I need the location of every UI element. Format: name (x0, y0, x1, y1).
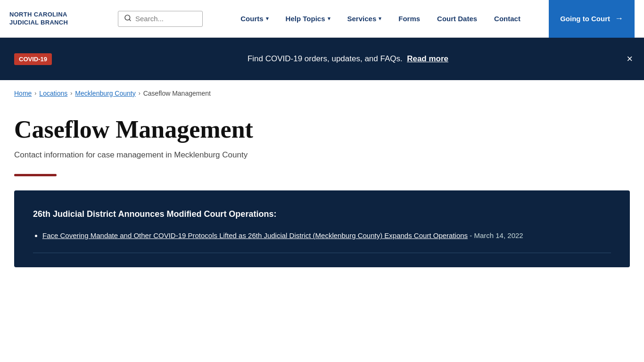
logo-area[interactable]: NORTH CAROLINA JUDICIAL BRANCH (9, 11, 108, 27)
breadcrumb: Home › Locations › Mecklenburg County › … (0, 80, 644, 107)
info-box-list: Face Covering Mandate and Other COVID-19… (33, 230, 611, 241)
breadcrumb-chevron: › (70, 90, 72, 97)
arrow-right-icon: → (615, 14, 623, 24)
breadcrumb-locations[interactable]: Locations (39, 90, 67, 97)
section-divider (14, 174, 57, 176)
covid-banner: COVID-19 Find COVID-19 orders, updates, … (0, 38, 644, 80)
breadcrumb-home[interactable]: Home (14, 90, 32, 97)
search-area[interactable] (118, 11, 203, 27)
page-subtitle: Contact information for case management … (14, 150, 630, 160)
info-box-title: 26th Judicial District Announces Modifie… (33, 209, 611, 219)
nav-item-services[interactable]: Services ▾ (339, 0, 390, 38)
chevron-down-icon: ▾ (266, 16, 269, 22)
breadcrumb-chevron: › (139, 90, 140, 97)
breadcrumb-mecklenburg[interactable]: Mecklenburg County (75, 90, 135, 97)
info-box-divider (33, 253, 611, 253)
info-box-date: - March 14, 2022 (470, 231, 523, 239)
list-item: Face Covering Mandate and Other COVID-19… (42, 230, 611, 241)
chevron-down-icon: ▾ (379, 16, 381, 22)
nav-item-courts[interactable]: Courts ▾ (232, 0, 277, 38)
logo-text: NORTH CAROLINA JUDICIAL BRANCH (9, 11, 68, 27)
breadcrumb-chevron: › (34, 90, 36, 97)
main-nav: Courts ▾ Help Topics ▾ Services ▾ Forms … (212, 0, 549, 38)
info-box-link[interactable]: Face Covering Mandate and Other COVID-19… (42, 231, 468, 239)
search-input[interactable] (135, 15, 197, 23)
nav-item-contact[interactable]: Contact (486, 0, 529, 38)
breadcrumb-current: Caseflow Management (143, 90, 211, 97)
svg-line-1 (129, 19, 131, 21)
nav-item-help-topics[interactable]: Help Topics ▾ (277, 0, 339, 38)
search-icon (124, 14, 132, 24)
covid-banner-text: Find COVID-19 orders, updates, and FAQs.… (66, 54, 630, 64)
nav-item-forms[interactable]: Forms (390, 0, 429, 38)
info-box: 26th Judicial District Announces Modifie… (14, 190, 630, 267)
page-title: Caseflow Management (14, 116, 630, 143)
main-content: Caseflow Management Contact information … (0, 107, 644, 296)
chevron-down-icon: ▾ (328, 16, 330, 22)
nav-item-court-dates[interactable]: Court Dates (429, 0, 486, 38)
close-banner-button[interactable]: × (627, 54, 633, 64)
covid-read-more-link[interactable]: Read more (407, 54, 448, 63)
covid-badge: COVID-19 (14, 53, 52, 65)
site-header: NORTH CAROLINA JUDICIAL BRANCH Courts ▾ … (0, 0, 644, 38)
going-to-court-button[interactable]: Going to Court → (549, 0, 635, 38)
